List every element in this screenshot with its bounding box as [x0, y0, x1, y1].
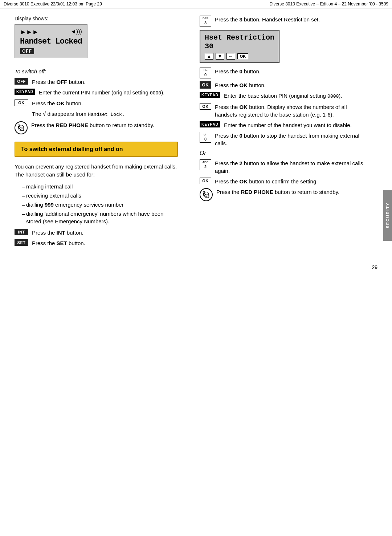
keypad-pin-instruction: KEYPAD Enter the current PIN number (ori…: [15, 89, 178, 97]
set-badge: SET: [15, 239, 28, 246]
feature-list: making internal call receiving external …: [22, 183, 178, 225]
nav-back-arrow: ←: [226, 53, 235, 60]
ok-confirm-badge: OK: [200, 178, 211, 184]
left-column: Display shows: ►►► ◄))) Handset Locked O…: [15, 16, 189, 250]
keypad-base-pin-instruction: KEYPAD Enter the base station PIN (origi…: [200, 92, 370, 100]
page-number: 29: [0, 257, 392, 277]
press-0-stop-instruction: U– 0 Press the 0 button to stop the hand…: [200, 132, 370, 147]
int-instr-text: Press the INT button.: [32, 229, 178, 236]
off-instr-text: Press the OFF button.: [32, 78, 178, 86]
red-phone-icon-right: [200, 188, 213, 201]
ok-confirm-instruction: OK Press the OK button to confirm the se…: [200, 178, 370, 185]
ok-dark-instruction: OK Press the OK button.: [200, 81, 370, 89]
ok-display-instruction: OK Press the OK button. Display shows th…: [200, 103, 370, 118]
press-3-instruction: DEF 3 Press the 3 button. Handset Restri…: [200, 16, 370, 27]
int-badge: INT: [15, 229, 28, 235]
keypad-base-text: Enter the base station PIN (original set…: [224, 92, 370, 100]
signal-right-icon: ◄))): [70, 28, 82, 36]
ok-instruction: OK Press the OK button.: [15, 100, 178, 107]
display-text: Handset Locked: [20, 37, 82, 46]
header-left: Diverse 3010 Executive 22/3/01 12:03 pm …: [4, 1, 102, 7]
keypad-badge: KEYPAD: [15, 89, 35, 95]
nav-down-arrow: ▼: [216, 53, 224, 60]
keypad-pin-text: Enter the current PIN number (original s…: [39, 89, 178, 97]
display-line2: 30: [205, 42, 274, 51]
nav-ok-btn: OK: [237, 53, 249, 59]
keypad-handset-badge: KEYPAD: [200, 121, 220, 127]
page-header: Diverse 3010 Executive 22/3/01 12:03 pm …: [0, 0, 392, 8]
press-2-instruction: ABC 2 Press the 2 button to allow the ha…: [200, 159, 370, 175]
or-label: Or: [200, 150, 370, 157]
off-badge: OFF: [20, 48, 34, 54]
nav-up-arrow: ▲: [205, 53, 213, 60]
number-0-badge-2: 0: [202, 137, 209, 142]
press-3-text: Press the 3 button. Handset Restriction …: [215, 16, 370, 23]
ok-instr-text: Press the OK button.: [32, 100, 178, 107]
press-2-text: Press the 2 button to allow the handset …: [215, 159, 370, 175]
int-instruction: INT Press the INT button.: [15, 229, 178, 236]
body-text: You can prevent any registered handset f…: [15, 163, 178, 179]
disappears-text: The √ disappears from Handset Lock.: [32, 110, 178, 118]
off-badge-btn: OFF: [15, 78, 28, 85]
red-phone-instruction-left: Press the RED PHONE button to return to …: [15, 121, 178, 134]
list-item-999: dialling 999 emergency services number: [22, 201, 178, 208]
hset-restriction-display: Hset Restriction 30 ▲ ▼ ← OK: [200, 30, 279, 63]
press-0-stop-text: Press the 0 button to stop the handset f…: [215, 132, 370, 147]
switch-off-label: To switch off:: [15, 68, 178, 74]
press-0-text: Press the 0 button.: [215, 68, 370, 75]
display-shows-label: Display shows:: [15, 16, 178, 21]
ok-display-badge: OK: [200, 103, 211, 110]
highlight-box: To switch external dialling off and on: [15, 142, 178, 157]
red-phone-text-left: Press the RED PHONE button to return to …: [31, 121, 178, 129]
red-phone-icon: [15, 121, 28, 134]
ok-badge: OK: [15, 100, 28, 106]
red-phone-text-right: Press the RED PHONE button to return to …: [216, 188, 370, 196]
ok-display-text: Press the OK button. Display shows the n…: [215, 103, 370, 118]
off-instruction: OFF Press the OFF button.: [15, 78, 178, 86]
security-tab-label: SECURITY: [385, 202, 390, 228]
red-phone-instruction-right: Press the RED PHONE button to return to …: [200, 188, 370, 201]
list-item-additional: dialling 'additional emergency' numbers …: [22, 210, 178, 225]
number-2-badge: 2: [202, 164, 209, 169]
keypad-base-badge: KEYPAD: [200, 92, 220, 98]
ok-dark-badge: OK: [200, 81, 211, 89]
set-instruction: SET Press the SET button.: [15, 239, 178, 247]
keypad-handset-text: Enter the number of the handset you want…: [224, 121, 370, 129]
press-0-instruction: U– 0 Press the 0 button.: [200, 68, 370, 79]
signal-left-icon: ►►►: [20, 28, 38, 36]
security-tab: SECURITY: [383, 190, 392, 241]
header-right: Diverse 3010 Executive – Edition 4 – 22 …: [269, 1, 388, 7]
number-0-badge-1: 0: [202, 72, 209, 77]
display-line1: Hset Restriction: [205, 33, 274, 42]
ok-confirm-text: Press the OK button to confirm the setti…: [215, 178, 370, 185]
number-3-badge: 3: [202, 20, 209, 25]
display-nav-row: ▲ ▼ ← OK: [205, 53, 274, 60]
list-item-receiving: receiving external calls: [22, 192, 178, 199]
ok-dark-text: Press the OK button.: [215, 81, 370, 89]
highlight-box-title: To switch external dialling off and on: [21, 146, 171, 153]
right-column: DEF 3 Press the 3 button. Handset Restri…: [196, 16, 370, 250]
set-instr-text: Press the SET button.: [32, 239, 178, 247]
list-item-internal: making internal call: [22, 183, 178, 190]
handset-locked-display: ►►► ◄))) Handset Locked OFF: [15, 24, 87, 58]
keypad-handset-instruction: KEYPAD Enter the number of the handset y…: [200, 121, 370, 129]
